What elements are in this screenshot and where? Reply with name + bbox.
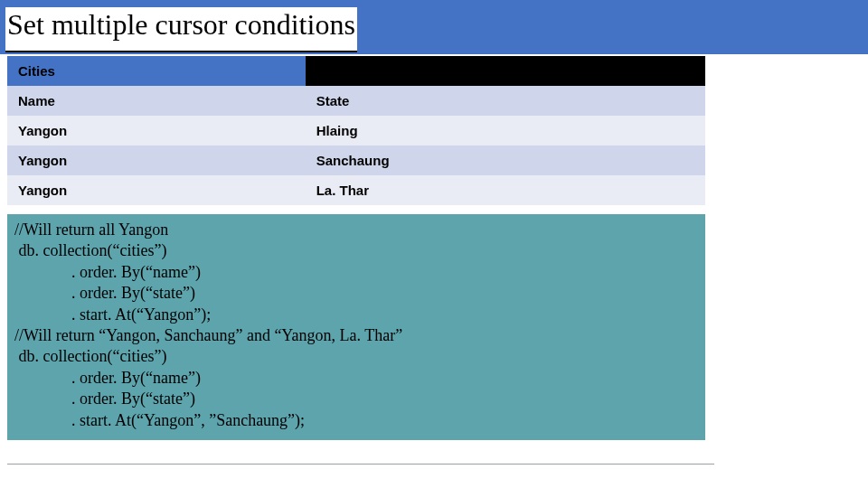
code-line: //Will return all Yangon bbox=[14, 220, 698, 240]
cell-name: Yangon bbox=[7, 175, 306, 205]
code-line: . order. By(“name”) bbox=[14, 368, 698, 389]
cities-table-wrap: Cities Name State Yangon Hlaing Yangon S… bbox=[7, 56, 705, 205]
code-line: . start. At(“Yangon”, ”Sanchaung”); bbox=[14, 410, 698, 431]
table-caption: Cities bbox=[7, 56, 306, 86]
table-caption-row: Cities bbox=[7, 56, 705, 86]
col-header-state: State bbox=[306, 86, 705, 116]
cell-state: Sanchaung bbox=[306, 145, 705, 175]
table-caption-blank bbox=[306, 56, 705, 86]
code-line: //Will return “Yangon, Sanchaung” and “Y… bbox=[14, 325, 698, 346]
table-row: Yangon Sanchaung bbox=[7, 145, 705, 175]
code-line: . order. By(“name”) bbox=[14, 262, 698, 283]
slide-title: Set multiple cursor conditions bbox=[5, 7, 357, 52]
table-row: Yangon Hlaing bbox=[7, 116, 705, 145]
footer-divider bbox=[7, 464, 714, 465]
cell-state: Hlaing bbox=[306, 116, 705, 145]
code-line: db. collection(“cities”) bbox=[14, 346, 698, 367]
slide: Set multiple cursor conditions Cities Na… bbox=[0, 0, 868, 488]
code-block: //Will return all Yangon db. collection(… bbox=[7, 214, 705, 440]
cell-name: Yangon bbox=[7, 145, 306, 175]
col-header-name: Name bbox=[7, 86, 306, 116]
code-line: . order. By(“state”) bbox=[14, 389, 698, 409]
code-line: . start. At(“Yangon”); bbox=[14, 305, 698, 325]
cities-table: Cities Name State Yangon Hlaing Yangon S… bbox=[7, 56, 705, 205]
cell-name: Yangon bbox=[7, 116, 306, 145]
table-row: Yangon La. Thar bbox=[7, 175, 705, 205]
table-header-row: Name State bbox=[7, 86, 705, 116]
cell-state: La. Thar bbox=[306, 175, 705, 205]
code-line: . order. By(“state”) bbox=[14, 283, 698, 304]
code-line: db. collection(“cities”) bbox=[14, 240, 698, 261]
